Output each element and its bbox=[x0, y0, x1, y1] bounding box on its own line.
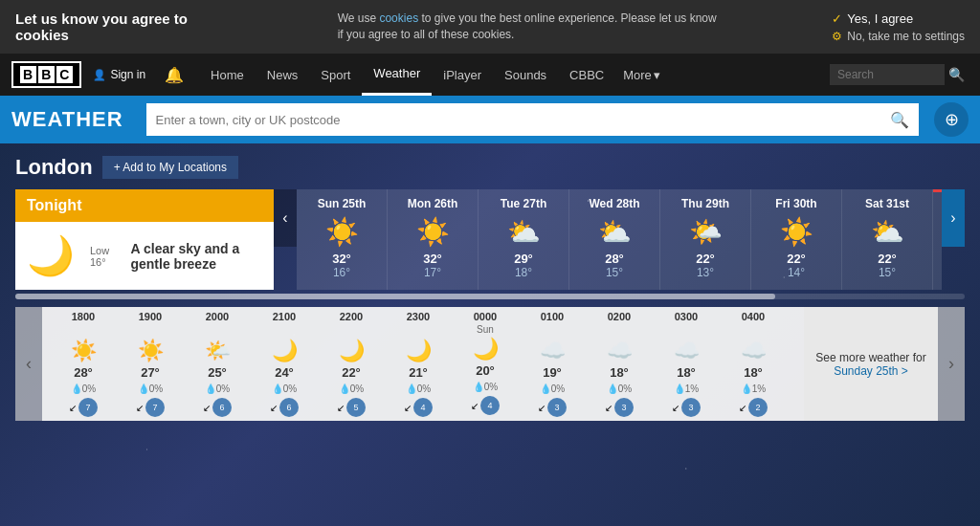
day-high-temp: 22° bbox=[666, 252, 745, 266]
see-more-label: See more weather for bbox=[815, 351, 925, 364]
wind-direction-icon: ↙ bbox=[136, 403, 144, 413]
day-high-temp: 22° bbox=[757, 252, 835, 266]
nav-more-button[interactable]: More ▾ bbox=[615, 68, 668, 82]
hour-temp: 18° bbox=[591, 365, 647, 380]
main-content: London + Add to My Locations Tonight 🌙 L… bbox=[0, 143, 980, 526]
wind-direction-icon: ↙ bbox=[337, 403, 345, 413]
hour-weather-icon: ☁️ bbox=[524, 339, 580, 363]
wind-speed-badge: 5 bbox=[346, 398, 366, 417]
hour-wind: ↙ 6 bbox=[189, 398, 245, 417]
day-weather-icon: ⛅ bbox=[848, 216, 926, 248]
hour-temp: 19° bbox=[524, 365, 580, 380]
day-card[interactable]: Thu 29th 🌤️ 22° 13° bbox=[660, 189, 751, 290]
hour-precip: 💧0% bbox=[390, 384, 446, 394]
bbc-logo[interactable]: BBC bbox=[11, 61, 81, 88]
day-card[interactable]: Sat 31st ⛅ 22° 15° bbox=[842, 189, 933, 290]
weather-search-box: 🔍 bbox=[146, 103, 919, 136]
hour-col: 2200 🌙 22° 💧0% ↙ 5 bbox=[318, 307, 385, 421]
day-label: Sat 31st bbox=[848, 197, 926, 210]
hour-wind: ↙ 3 bbox=[524, 398, 580, 417]
day-card[interactable]: Mon 26th ☀️ 32° 17° bbox=[388, 189, 479, 290]
hour-precip: 💧0% bbox=[256, 384, 312, 394]
day-high-temp: 22° bbox=[848, 252, 926, 266]
notifications-bell-icon[interactable]: 🔔 bbox=[165, 66, 184, 84]
cookie-title: Let us know you agree to cookies bbox=[15, 11, 226, 43]
hourly-forecast-wrapper: ‹ 1800 ☀️ 28° 💧0% ↙ 7 1900 ☀️ 27° 💧0% ↙ … bbox=[15, 307, 965, 421]
hour-col: 0500 ☁️ 18° 💧1% ↙ 3 bbox=[787, 307, 804, 421]
hour-wind: ↙ 7 bbox=[56, 398, 111, 417]
cookie-link[interactable]: cookies bbox=[379, 11, 418, 25]
weather-search-button[interactable]: 🔍 bbox=[890, 111, 909, 129]
cookie-message: We use cookies We use cookies to give yo… bbox=[338, 11, 721, 43]
hour-weather-icon: ☀️ bbox=[122, 339, 178, 363]
wind-direction-icon: ↙ bbox=[203, 403, 211, 413]
nav-home[interactable]: Home bbox=[199, 54, 256, 96]
wind-direction-icon: ↙ bbox=[538, 403, 546, 413]
nav-cbbc[interactable]: CBBC bbox=[558, 54, 615, 96]
nav-search-button[interactable]: 🔍 bbox=[945, 63, 969, 86]
day-card[interactable]: Fri 30th ☀️ 22° 14° bbox=[751, 189, 842, 290]
day-label: Fri 30th bbox=[757, 197, 835, 210]
hour-temp: 22° bbox=[323, 365, 379, 380]
nav-news[interactable]: News bbox=[256, 54, 310, 96]
cookie-no-button[interactable]: No, take me to settings bbox=[832, 30, 965, 43]
hour-time-label: 1900 bbox=[122, 311, 178, 322]
wind-speed-badge: 4 bbox=[413, 398, 433, 417]
nav-search-input[interactable] bbox=[830, 64, 945, 85]
day-low-temp: 16° bbox=[302, 266, 381, 279]
forecast-area: Tonight 🌙 Low 16° A clear sky and a gent… bbox=[15, 189, 965, 290]
tonight-card: Tonight 🌙 Low 16° A clear sky and a gent… bbox=[15, 189, 274, 290]
day-card[interactable]: Sun 25th ☀️ 32° 16° bbox=[297, 189, 388, 290]
nav-sounds[interactable]: Sounds bbox=[493, 54, 558, 96]
see-more-panel: See more weather for Sunday 25th > bbox=[804, 307, 938, 421]
daily-scroll-left-button[interactable]: ‹ bbox=[274, 189, 297, 247]
hour-time-label: 2200 bbox=[323, 311, 379, 322]
cookie-yes-button[interactable]: Yes, I agree bbox=[832, 11, 913, 26]
sign-in-button[interactable]: Sign in bbox=[93, 68, 145, 81]
add-location-button[interactable]: + Add to My Locations bbox=[102, 156, 238, 179]
daily-scroll-container: Sun 25th ☀️ 32° 16° Mon 26th ☀️ 32° 17° … bbox=[297, 189, 942, 290]
wind-speed-badge: 7 bbox=[145, 398, 165, 417]
day-low-temp: 13° bbox=[939, 269, 942, 282]
day-high-temp: 28° bbox=[575, 252, 654, 266]
day-label: Thu 29th bbox=[666, 197, 745, 210]
day-card[interactable]: Tue 27th ⛅ 29° 18° bbox=[479, 189, 569, 290]
daily-scroll-right-button[interactable]: › bbox=[942, 189, 965, 247]
weather-title: WEATHER bbox=[11, 107, 123, 132]
location-name: London bbox=[15, 155, 93, 180]
day-card[interactable]: Sun 1st ⛅ 22° 13° bbox=[933, 189, 942, 290]
hour-temp: 21° bbox=[390, 365, 446, 380]
hour-wind: ↙ 6 bbox=[256, 398, 312, 417]
hourly-scroll-right-button[interactable]: › bbox=[938, 307, 965, 421]
hour-precip: 💧1% bbox=[792, 384, 804, 394]
hour-time-label: 0300 bbox=[658, 311, 714, 322]
hour-col: 0000 Sun 🌙 20° 💧0% ↙ 4 bbox=[452, 307, 519, 421]
hourly-scroll-wrapper: 1800 ☀️ 28° 💧0% ↙ 7 1900 ☀️ 27° 💧0% ↙ 7 … bbox=[42, 307, 804, 421]
nav-iplayer[interactable]: iPlayer bbox=[432, 54, 493, 96]
hour-weather-icon: 🌤️ bbox=[189, 339, 245, 363]
tonight-temp-area: Low 16° bbox=[90, 245, 115, 268]
nav-weather[interactable]: Weather bbox=[362, 54, 432, 96]
hour-time-label: 0400 bbox=[725, 311, 781, 322]
wind-direction-icon: ↙ bbox=[471, 401, 479, 411]
wind-speed-badge: 7 bbox=[78, 398, 98, 417]
hour-col: 2300 🌙 21° 💧0% ↙ 4 bbox=[385, 307, 452, 421]
nav-sport[interactable]: Sport bbox=[309, 54, 362, 96]
weather-search-input[interactable] bbox=[156, 113, 890, 127]
day-label: Mon 26th bbox=[393, 197, 472, 210]
day-card[interactable]: Wed 28th ⛅ 28° 15° bbox=[569, 189, 660, 290]
hour-time-label: 0500 bbox=[792, 311, 804, 322]
hour-weather-icon: 🌙 bbox=[256, 339, 312, 363]
hourly-scroll-left-button[interactable]: ‹ bbox=[15, 307, 42, 421]
hour-precip: 💧1% bbox=[658, 384, 714, 394]
day-high-temp: 32° bbox=[302, 252, 381, 266]
day-low-temp: 14° bbox=[757, 266, 835, 279]
hour-precip: 💧0% bbox=[591, 384, 647, 394]
day-low-temp: 13° bbox=[666, 266, 745, 279]
day-weather-icon: ☀️ bbox=[757, 216, 835, 248]
hour-weather-icon: ☁️ bbox=[725, 339, 781, 363]
cookie-bar: Let us know you agree to cookies We use … bbox=[0, 0, 980, 54]
weather-locate-button[interactable]: ⊕ bbox=[934, 102, 969, 137]
day-low-temp: 18° bbox=[484, 266, 563, 279]
see-more-link[interactable]: Sunday 25th > bbox=[834, 364, 908, 378]
